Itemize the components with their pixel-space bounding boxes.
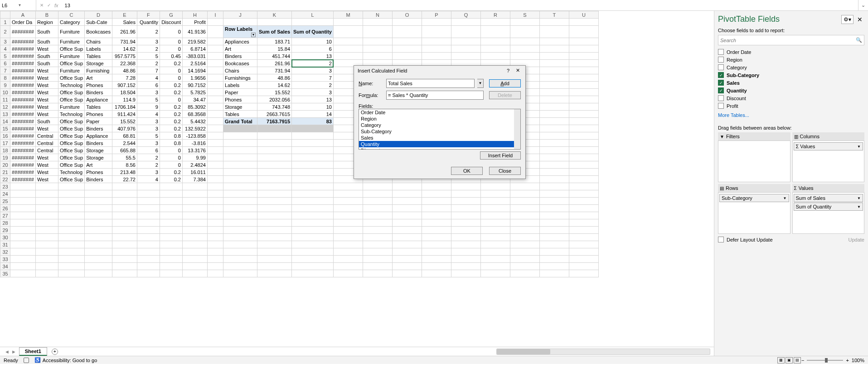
cell[interactable] xyxy=(569,147,598,154)
cell[interactable] xyxy=(539,212,569,219)
row-header[interactable]: 31 xyxy=(0,241,10,248)
cell[interactable] xyxy=(569,19,598,26)
cell[interactable] xyxy=(58,248,84,256)
cell[interactable] xyxy=(539,147,569,154)
field-item[interactable]: Category xyxy=(359,122,520,128)
cell[interactable]: Office Sup xyxy=(58,60,84,67)
cell[interactable]: 731.94 xyxy=(112,38,137,45)
search-box[interactable]: 🔍 xyxy=(718,35,864,45)
column-header[interactable]: S xyxy=(510,11,539,19)
formula-input[interactable] xyxy=(386,91,484,100)
field-checkbox-item[interactable]: ✓Sub-Category xyxy=(718,71,864,79)
cell[interactable]: West xyxy=(35,103,58,111)
cell[interactable] xyxy=(510,38,539,45)
cell[interactable] xyxy=(569,67,598,74)
cell[interactable] xyxy=(392,212,422,219)
cell[interactable] xyxy=(257,256,291,263)
cell[interactable]: 407.976 xyxy=(112,125,137,132)
row-header[interactable]: 29 xyxy=(0,227,10,234)
cell[interactable] xyxy=(451,270,480,277)
cell[interactable]: 261.96 xyxy=(257,60,291,67)
cell[interactable]: 2 xyxy=(292,60,334,67)
select-all-corner[interactable] xyxy=(0,11,10,19)
cell[interactable] xyxy=(292,263,334,270)
cell[interactable]: 2 xyxy=(137,161,160,169)
cell[interactable] xyxy=(451,45,480,53)
cell[interactable] xyxy=(363,19,392,26)
cell[interactable] xyxy=(569,154,598,161)
cell[interactable] xyxy=(35,219,58,227)
cell[interactable]: 7 xyxy=(292,74,334,82)
sheet-tab[interactable]: Sheet1 xyxy=(19,347,47,356)
cell[interactable] xyxy=(223,183,257,190)
cell[interactable] xyxy=(182,270,207,277)
row-header[interactable]: 6 xyxy=(0,60,10,67)
cell[interactable]: 0.2 xyxy=(160,103,182,111)
cell[interactable] xyxy=(422,19,451,26)
cell[interactable] xyxy=(451,234,480,241)
cell[interactable] xyxy=(85,205,112,212)
chevron-down-icon[interactable]: ▼ xyxy=(857,205,861,209)
cell[interactable] xyxy=(223,132,257,140)
cell[interactable]: 13 xyxy=(292,96,334,103)
cell[interactable]: 5.7825 xyxy=(182,89,207,96)
cell[interactable] xyxy=(207,118,223,125)
cell[interactable] xyxy=(510,234,539,241)
row-header[interactable]: 26 xyxy=(0,205,10,212)
cell[interactable] xyxy=(510,198,539,205)
cell[interactable] xyxy=(451,205,480,212)
cell[interactable] xyxy=(223,248,257,256)
cell[interactable] xyxy=(333,19,363,26)
cell[interactable] xyxy=(223,190,257,198)
cell[interactable] xyxy=(569,161,598,169)
field-checkbox-item[interactable]: ✓Quantity xyxy=(718,87,864,94)
cell[interactable]: Storage xyxy=(223,103,257,111)
cell[interactable] xyxy=(182,205,207,212)
column-header[interactable]: O xyxy=(392,11,422,19)
cell[interactable] xyxy=(392,270,422,277)
cell[interactable]: 85.3092 xyxy=(182,103,207,111)
cell[interactable] xyxy=(422,38,451,45)
cell[interactable] xyxy=(137,190,160,198)
row-header[interactable]: 15 xyxy=(0,125,10,132)
cell[interactable] xyxy=(257,227,291,234)
cell[interactable]: 6 xyxy=(292,45,334,53)
cell[interactable] xyxy=(207,74,223,82)
cell[interactable]: 83 xyxy=(292,118,334,125)
cell[interactable] xyxy=(422,198,451,205)
cell[interactable]: West xyxy=(35,176,58,183)
cell[interactable] xyxy=(207,60,223,67)
field-checkbox-item[interactable]: Order Date xyxy=(718,48,864,56)
cell[interactable]: 957.5775 xyxy=(112,53,137,60)
row-header[interactable]: 18 xyxy=(0,147,10,154)
row-header[interactable]: 17 xyxy=(0,140,10,147)
cell[interactable] xyxy=(392,241,422,248)
cell[interactable] xyxy=(207,198,223,205)
cell[interactable]: Sub-Cate xyxy=(85,19,112,26)
cell[interactable] xyxy=(333,227,363,234)
area-field-chip[interactable]: Sub-Category▼ xyxy=(719,194,789,202)
cell[interactable]: Furniture xyxy=(58,103,84,111)
cell[interactable]: 48.86 xyxy=(257,74,291,82)
cell[interactable] xyxy=(569,205,598,212)
cell[interactable]: 5 xyxy=(137,53,160,60)
cell[interactable]: ######## xyxy=(10,82,36,89)
cell[interactable] xyxy=(333,256,363,263)
cell[interactable] xyxy=(480,183,510,190)
cell[interactable] xyxy=(58,198,84,205)
cell[interactable]: Office Sup xyxy=(58,161,84,169)
cell[interactable] xyxy=(480,263,510,270)
cell[interactable]: Art xyxy=(85,161,112,169)
cell[interactable]: 41.9136 xyxy=(182,26,207,38)
cell[interactable] xyxy=(569,103,598,111)
cell[interactable] xyxy=(207,270,223,277)
cell[interactable] xyxy=(85,241,112,248)
cell[interactable]: West xyxy=(35,111,58,118)
cell[interactable]: ######## xyxy=(10,67,36,74)
cell[interactable] xyxy=(451,219,480,227)
cell[interactable] xyxy=(569,125,598,132)
cell[interactable]: 2.544 xyxy=(112,140,137,147)
cell[interactable] xyxy=(363,212,392,219)
column-header[interactable]: I xyxy=(207,11,223,19)
cell[interactable] xyxy=(539,96,569,103)
